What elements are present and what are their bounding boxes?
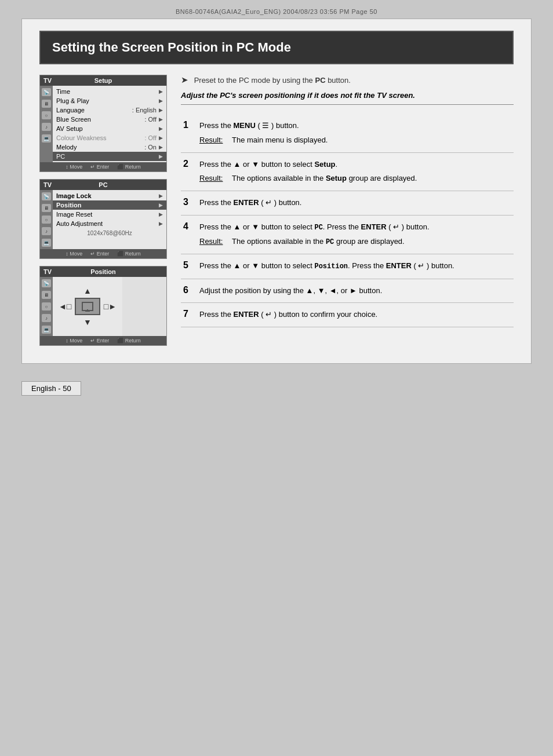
preset-note: ➤ Preset to the PC mode by using the PC … <box>181 75 514 85</box>
pos-arrow-up: ▲ <box>83 286 92 295</box>
step-row-3: 3 Press the ENTER ( ↵ ) button. <box>181 191 514 216</box>
bottom-footer: English - 50 <box>21 381 532 396</box>
setup-panel: TV Setup 📡 🖥 ○ ♪ 💻 <box>39 75 167 172</box>
position-panel-body: 📡 🖥 ○ ♪ 💻 ▲ ▼ ◄□ □► <box>40 277 166 336</box>
arrow-symbol: ➤ <box>181 75 188 85</box>
icon-circle: ○ <box>42 111 51 119</box>
menu-item-av-setup[interactable]: AV Setup ▶ <box>53 124 166 133</box>
icon-screen: 🖥 <box>42 100 51 108</box>
pc-tv-label: TV <box>43 181 61 188</box>
icon-music: ♪ <box>42 123 51 131</box>
pos-panel-footer: ↕ Move ↵ Enter ⬛ Return <box>40 336 166 345</box>
page-num-box: English - 50 <box>21 381 81 396</box>
menu-item-language[interactable]: Language : English ▶ <box>53 105 166 115</box>
step-1-result-text: The main menu is displayed. <box>232 134 328 147</box>
step-6-text: Adjust the position by using the ▲, ▼, ◄… <box>199 285 511 297</box>
setup-panel-title: Setup <box>61 77 145 84</box>
step-num-6: 6 <box>181 279 197 303</box>
svg-rect-0 <box>82 302 93 311</box>
icon-circle2: ○ <box>42 216 51 224</box>
pos-arrow-left: ◄□ <box>59 302 71 311</box>
step-4-result: Result: The options available in the PC … <box>199 236 511 248</box>
pc-panel-title: PC <box>61 181 145 188</box>
step-content-7: Press the ENTER ( ↵ ) button to confirm … <box>197 303 514 327</box>
icon-antenna3: 📡 <box>42 279 51 287</box>
step-num-5: 5 <box>181 254 197 279</box>
pos-tv-label: TV <box>43 268 61 275</box>
position-panel-header: TV Position <box>40 266 166 277</box>
pc-menu-image-lock[interactable]: Image Lock ▶ <box>53 191 166 200</box>
preset-note-text: Preset to the PC mode by using the PC bu… <box>194 76 351 85</box>
icon-pc2: 💻 <box>42 239 51 247</box>
menu-item-melody[interactable]: Melody : On ▶ <box>53 143 166 152</box>
content-area: TV Setup 📡 🖥 ○ ♪ 💻 <box>39 75 514 346</box>
step-row-1: 1 Press the MENU ( ☰ ) button. Result: T… <box>181 114 514 152</box>
step-num-1: 1 <box>181 114 197 152</box>
pos-diagram-inner: ▲ ▼ ◄□ □► <box>59 286 117 327</box>
step-num-4: 4 <box>181 215 197 254</box>
icon-music3: ♪ <box>42 314 51 322</box>
icon-screen2: 🖥 <box>42 204 51 212</box>
pc-panel-body: 📡 🖥 ○ ♪ 💻 Image Lock ▶ <box>40 190 166 249</box>
step-content-2: Press the ▲ or ▼ button to select Setup.… <box>197 152 514 191</box>
step-content-6: Adjust the position by using the ▲, ▼, ◄… <box>197 279 514 303</box>
italic-heading: Adjust the PC's screen positioning if it… <box>181 91 514 105</box>
icon-music2: ♪ <box>42 227 51 235</box>
pc-panel-icons: 📡 🖥 ○ ♪ 💻 <box>40 190 53 249</box>
main-content: Setting the Screen Position in PC Mode T… <box>21 19 532 364</box>
pc-panel-header: TV PC <box>40 180 166 190</box>
step-4-text: Press the ▲ or ▼ button to select PC. Pr… <box>199 221 511 233</box>
pc-panel: TV PC 📡 🖥 ○ ♪ 💻 <box>39 179 167 259</box>
icon-circle3: ○ <box>42 302 51 311</box>
setup-panel-body: 📡 🖥 ○ ♪ 💻 Time ▶ Plug <box>40 86 166 162</box>
step-num-3: 3 <box>181 191 197 216</box>
step-row-6: 6 Adjust the position by using the ▲, ▼,… <box>181 279 514 303</box>
step-1-result-label: Result: <box>199 134 232 147</box>
left-panels: TV Setup 📡 🖥 ○ ♪ 💻 <box>39 75 167 346</box>
page-wrapper: BN68-00746A(GAIA2_Euro_ENG) 2004/08/23 0… <box>0 0 553 756</box>
svg-rect-2 <box>85 311 90 312</box>
step-2-text: Press the ▲ or ▼ button to select Setup. <box>199 159 511 171</box>
steps-table: 1 Press the MENU ( ☰ ) button. Result: T… <box>181 114 514 327</box>
step-content-3: Press the ENTER ( ↵ ) button. <box>197 191 514 216</box>
top-bar: BN68-00746A(GAIA2_Euro_ENG) 2004/08/23 0… <box>0 6 553 19</box>
menu-item-pc[interactable]: PC ▶ <box>53 152 166 161</box>
step-2-result: Result: The options available in the Set… <box>199 173 511 185</box>
pos-footer-return: ⬛ Return <box>117 338 141 344</box>
icon-antenna: 📡 <box>42 88 51 96</box>
pos-footer-enter: ↵ Enter <box>90 338 109 344</box>
step-row-5: 5 Press the ▲ or ▼ button to select Posi… <box>181 254 514 279</box>
pos-arrow-down: ▼ <box>83 317 92 327</box>
step-1-text: Press the MENU ( ☰ ) button. <box>199 120 511 132</box>
pc-menu-position[interactable]: Position ▶ <box>53 200 166 210</box>
menu-item-time[interactable]: Time ▶ <box>53 87 166 96</box>
step-2-result-text: The options available in the Setup group… <box>232 173 417 185</box>
icon-antenna2: 📡 <box>42 192 51 200</box>
page-title: Setting the Screen Position in PC Mode <box>39 31 514 64</box>
step-5-text: Press the ▲ or ▼ button to select Positi… <box>199 260 511 272</box>
setup-panel-header: TV Setup <box>40 75 166 86</box>
step-content-4: Press the ▲ or ▼ button to select PC. Pr… <box>197 215 514 254</box>
step-content-1: Press the MENU ( ☰ ) button. Result: The… <box>197 114 514 152</box>
pos-footer-move: ↕ Move <box>66 338 82 344</box>
footer-return: ⬛ Return <box>117 164 141 170</box>
pc-menu-auto-adj[interactable]: Auto Adjustment ▶ <box>53 219 166 228</box>
step-num-7: 7 <box>181 303 197 327</box>
icon-screen3: 🖥 <box>42 291 51 299</box>
step-row-4: 4 Press the ▲ or ▼ button to select PC. … <box>181 215 514 254</box>
icon-pc: 💻 <box>42 134 51 143</box>
header-filename: BN68-00746A(GAIA2_Euro_ENG) 2004/08/23 0… <box>176 8 377 15</box>
setup-panel-footer: ↕ Move ↵ Enter ⬛ Return <box>40 162 166 171</box>
pc-footer-move: ↕ Move <box>66 251 82 257</box>
setup-menu: Time ▶ Plug & Play ▶ Language : English … <box>53 86 166 162</box>
resolution-text: 1024x768@60Hz <box>53 228 166 238</box>
menu-item-plug[interactable]: Plug & Play ▶ <box>53 96 166 105</box>
pc-menu-image-reset[interactable]: Image Reset ▶ <box>53 210 166 219</box>
step-2-result-label: Result: <box>199 173 232 185</box>
pc-menu: Image Lock ▶ Position ▶ Image Reset ▶ <box>53 190 166 249</box>
menu-item-colour-weakness[interactable]: Colour Weakness : Off ▶ <box>53 133 166 143</box>
menu-item-blue-screen[interactable]: Blue Screen : Off ▶ <box>53 115 166 124</box>
right-instructions: ➤ Preset to the PC mode by using the PC … <box>181 75 514 346</box>
pc-footer-return: ⬛ Return <box>117 251 141 257</box>
pc-footer-enter: ↵ Enter <box>90 251 109 257</box>
